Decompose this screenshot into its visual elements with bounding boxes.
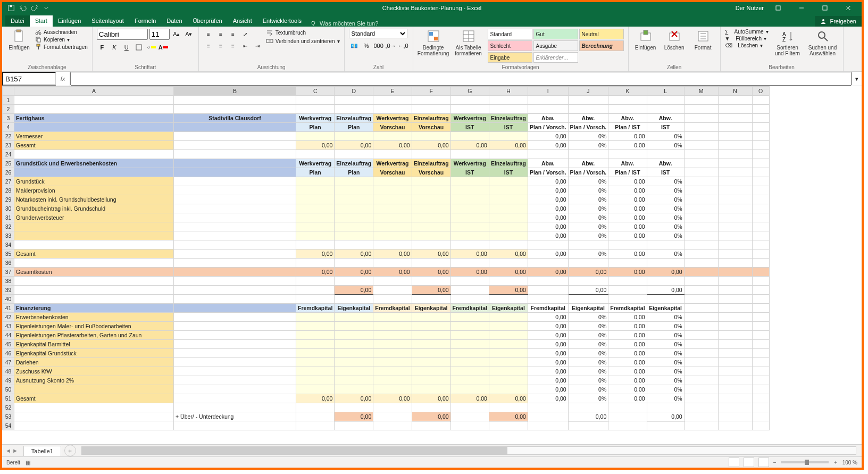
cell[interactable]: 0% bbox=[647, 186, 684, 195]
tab-start[interactable]: Start bbox=[30, 15, 53, 27]
cell[interactable] bbox=[296, 403, 335, 412]
cell[interactable]: Vorschau bbox=[412, 168, 450, 177]
cell[interactable]: 0,00 bbox=[528, 195, 568, 204]
cell[interactable]: Abw. bbox=[568, 114, 608, 123]
cell[interactable] bbox=[373, 313, 412, 322]
cell[interactable]: 0,00 bbox=[528, 367, 568, 376]
cell[interactable]: 0,00 bbox=[528, 385, 568, 394]
cell[interactable]: 0% bbox=[568, 222, 608, 231]
cell[interactable]: Grundstück bbox=[14, 177, 174, 186]
cell[interactable] bbox=[568, 421, 608, 430]
cell[interactable] bbox=[296, 295, 335, 304]
cell[interactable] bbox=[684, 322, 718, 331]
cell[interactable] bbox=[450, 195, 489, 204]
cell[interactable] bbox=[752, 331, 769, 340]
wrap-text-button[interactable]: Textumbruch bbox=[266, 29, 340, 36]
cell[interactable] bbox=[412, 385, 450, 394]
cell[interactable]: 0,00 bbox=[608, 268, 647, 277]
cell[interactable]: 0,00 bbox=[335, 412, 373, 421]
cell[interactable]: 0,00 bbox=[528, 222, 568, 231]
cell[interactable] bbox=[14, 385, 174, 394]
cell[interactable] bbox=[718, 331, 752, 340]
cell[interactable]: 0,00 bbox=[608, 349, 647, 358]
cell[interactable] bbox=[752, 195, 769, 204]
cell[interactable] bbox=[412, 349, 450, 358]
cell[interactable] bbox=[718, 204, 752, 213]
cell[interactable] bbox=[450, 222, 489, 231]
cell[interactable] bbox=[752, 358, 769, 367]
row-header[interactable]: 28 bbox=[3, 186, 14, 195]
cell[interactable] bbox=[412, 150, 450, 159]
decrease-font-icon[interactable]: A▾ bbox=[183, 29, 194, 39]
cell[interactable] bbox=[752, 250, 769, 259]
cell[interactable] bbox=[684, 141, 718, 150]
cell[interactable] bbox=[335, 403, 373, 412]
cell[interactable] bbox=[412, 421, 450, 430]
cell[interactable] bbox=[684, 177, 718, 186]
cell[interactable] bbox=[296, 376, 335, 385]
cell[interactable] bbox=[296, 277, 335, 286]
cell[interactable] bbox=[296, 259, 335, 268]
cell[interactable] bbox=[450, 177, 489, 186]
cell[interactable]: 0,00 bbox=[489, 394, 528, 403]
cut-button[interactable]: Ausschneiden bbox=[35, 29, 88, 35]
cell[interactable] bbox=[752, 403, 769, 412]
cell[interactable] bbox=[752, 349, 769, 358]
cell[interactable] bbox=[14, 123, 174, 132]
cell[interactable]: 0,00 bbox=[489, 268, 528, 277]
cell[interactable]: Plan / Vorsch. bbox=[528, 123, 568, 132]
row-header[interactable]: 40 bbox=[3, 295, 14, 304]
cell[interactable] bbox=[335, 96, 373, 105]
cell[interactable] bbox=[335, 150, 373, 159]
cell[interactable]: Fremdkapital bbox=[450, 304, 489, 313]
cell[interactable]: Finanzierung bbox=[14, 304, 174, 313]
cell[interactable]: Plan bbox=[296, 168, 335, 177]
cell[interactable]: 0,00 bbox=[528, 177, 568, 186]
cell[interactable]: Zuschuss KfW bbox=[14, 367, 174, 376]
cell[interactable]: 0% bbox=[647, 222, 684, 231]
cell[interactable]: Werkvertrag bbox=[296, 114, 335, 123]
cell[interactable]: 0% bbox=[647, 331, 684, 340]
cell[interactable]: 0,00 bbox=[608, 376, 647, 385]
cell[interactable] bbox=[752, 286, 769, 295]
cell[interactable]: Gesamtkosten bbox=[14, 268, 174, 277]
cell[interactable] bbox=[450, 204, 489, 213]
col-header[interactable]: G bbox=[450, 87, 489, 96]
cell[interactable]: Vorschau bbox=[373, 123, 412, 132]
cell[interactable] bbox=[684, 367, 718, 376]
cell[interactable] bbox=[373, 295, 412, 304]
cell[interactable] bbox=[412, 213, 450, 222]
cell[interactable] bbox=[14, 277, 174, 286]
zoom-out-icon[interactable]: − bbox=[773, 460, 777, 465]
cell[interactable]: Gesamt bbox=[14, 141, 174, 150]
cell[interactable] bbox=[684, 231, 718, 240]
cell[interactable] bbox=[174, 358, 296, 367]
cell[interactable] bbox=[718, 358, 752, 367]
sheet-nav-prev-icon[interactable]: ◄ bbox=[5, 447, 11, 454]
cell[interactable] bbox=[647, 96, 684, 105]
cell[interactable] bbox=[752, 168, 769, 177]
cell[interactable]: 0,00 bbox=[568, 286, 608, 295]
cell[interactable] bbox=[412, 222, 450, 231]
cell[interactable] bbox=[335, 295, 373, 304]
sort-filter-button[interactable]: AZSortieren und Filtern bbox=[772, 29, 804, 56]
cell[interactable] bbox=[296, 421, 335, 430]
user-name[interactable]: Der Nutzer bbox=[736, 5, 764, 11]
cell[interactable]: 0,00 bbox=[528, 331, 568, 340]
bold-button[interactable]: F bbox=[97, 42, 107, 53]
cell[interactable]: 0% bbox=[647, 213, 684, 222]
cell[interactable] bbox=[373, 322, 412, 331]
col-header[interactable]: B bbox=[174, 87, 296, 96]
cell[interactable] bbox=[335, 231, 373, 240]
cell[interactable] bbox=[412, 403, 450, 412]
cell[interactable] bbox=[752, 123, 769, 132]
row-header[interactable]: 37 bbox=[3, 268, 14, 277]
cell[interactable] bbox=[412, 331, 450, 340]
style-schlecht[interactable]: Schlecht bbox=[488, 40, 532, 51]
cell[interactable]: Grundstück und Erwerbsnebenkosten bbox=[14, 159, 174, 168]
cell[interactable]: 0,00 bbox=[528, 376, 568, 385]
cell[interactable]: 0,00 bbox=[528, 358, 568, 367]
col-header[interactable]: D bbox=[335, 87, 373, 96]
cell[interactable] bbox=[174, 159, 296, 168]
cell[interactable] bbox=[718, 105, 752, 114]
